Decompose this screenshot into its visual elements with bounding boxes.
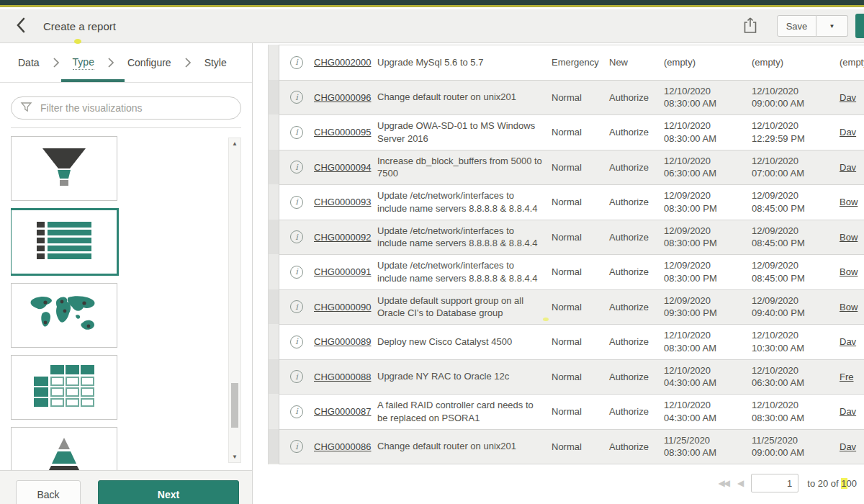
assignee-link[interactable]: Fre <box>840 372 854 382</box>
save-button[interactable]: Save <box>777 15 816 37</box>
viz-thumbnail-funnel[interactable] <box>11 136 117 201</box>
change-number-link[interactable]: CHG0000087 <box>314 406 372 417</box>
scrollbar-thumb[interactable] <box>231 383 238 428</box>
change-number-link[interactable]: CHG0000088 <box>314 372 372 382</box>
row-planned-start: 12/09/2020 08:30:00 PM <box>664 259 752 284</box>
row-planned-end: 12/10/2020 09:00:00 AM <box>752 85 840 110</box>
assignee-link[interactable]: Bow <box>840 302 858 312</box>
info-icon[interactable]: i <box>290 336 303 348</box>
world-map-icon <box>27 294 102 337</box>
row-description: A failed RAID controller card needs to b… <box>377 399 552 424</box>
row-info-cell: i <box>279 266 314 279</box>
row-info-cell: i <box>279 56 314 69</box>
assignee-link[interactable]: (empty) <box>840 57 864 68</box>
viz-list-scrollbar[interactable]: ▲ ▼ <box>228 138 241 463</box>
assignee-link[interactable]: Bow <box>840 232 858 243</box>
breadcrumb-step-type[interactable]: Type <box>73 56 94 70</box>
next-button[interactable]: Next <box>98 480 239 504</box>
info-icon[interactable]: i <box>290 91 303 104</box>
row-planned-end: 12/10/2020 12:29:59 PM <box>752 120 840 145</box>
row-description: Update /etc/network/interfaces to includ… <box>377 259 552 284</box>
scroll-up-icon[interactable]: ▲ <box>229 140 240 147</box>
change-number-link[interactable]: CHG0000096 <box>314 92 372 103</box>
info-icon[interactable]: i <box>290 196 303 209</box>
info-icon[interactable]: i <box>290 56 303 69</box>
change-number-link[interactable]: CHG0000092 <box>314 232 372 243</box>
row-assignee-cell: Dav <box>840 162 864 173</box>
share-button[interactable] <box>742 16 758 37</box>
funnel-chart-icon <box>41 147 87 190</box>
info-icon[interactable]: i <box>290 440 303 453</box>
app-header: Create a report Save ▼ <box>0 9 864 43</box>
table-row: i CHG0000086 Change default router on un… <box>279 430 864 465</box>
row-planned-start: 12/09/2020 08:30:00 PM <box>664 225 752 250</box>
chevron-right-icon <box>53 57 60 68</box>
row-number-cell: CHG0000088 <box>314 372 377 382</box>
clipped-primary-button[interactable] <box>855 14 864 38</box>
row-priority: Normal <box>552 232 609 243</box>
info-icon[interactable]: i <box>290 161 303 174</box>
info-icon[interactable]: i <box>290 266 303 279</box>
change-number-link[interactable]: CHG0000093 <box>314 197 372 207</box>
filter-input[interactable] <box>39 102 232 114</box>
change-number-link[interactable]: CHG0000095 <box>314 127 372 138</box>
viz-thumbnail-heatmap[interactable] <box>11 355 117 420</box>
save-split-button: Save ▼ <box>777 15 848 37</box>
scroll-down-icon[interactable]: ▼ <box>229 454 240 460</box>
change-number-link[interactable]: CHG0002000 <box>314 57 372 68</box>
breadcrumb-step-style[interactable]: Style <box>204 57 227 68</box>
row-info-cell: i <box>279 126 314 139</box>
assignee-link[interactable]: Bow <box>840 197 858 207</box>
change-number-link[interactable]: CHG0000086 <box>314 441 372 452</box>
info-icon[interactable]: i <box>290 370 303 383</box>
change-number-link[interactable]: CHG0000090 <box>314 302 372 312</box>
page-number-input[interactable] <box>751 474 798 492</box>
assignee-link[interactable]: Dav <box>840 127 856 138</box>
table-row: i CHG0000089 Deploy new Cisco Catalyst 4… <box>279 325 864 360</box>
table-row: i CHG0000087 A failed RAID controller ca… <box>279 395 864 430</box>
records-table: i CHG0002000 Upgrade MySql 5.6 to 5.7 Em… <box>279 45 864 464</box>
assignee-link[interactable]: Dav <box>840 336 856 347</box>
row-number-cell: CHG0002000 <box>314 57 377 68</box>
viz-thumbnail-map[interactable] <box>11 283 117 348</box>
info-icon[interactable]: i <box>290 230 303 243</box>
row-info-cell: i <box>279 336 314 348</box>
assignee-link[interactable]: Bow <box>840 266 858 277</box>
row-planned-start: 12/10/2020 06:30:00 AM <box>664 155 752 180</box>
row-description: Upgrade NY RAC to Oracle 12c <box>377 370 552 383</box>
first-page-icon[interactable]: ◀◀ <box>719 478 729 488</box>
change-number-link[interactable]: CHG0000091 <box>314 266 372 277</box>
viz-thumbnail-list[interactable] <box>11 208 119 276</box>
wizard-breadcrumb: Data Type Configure Style <box>0 43 252 83</box>
list-chart-icon <box>37 221 91 263</box>
cursor-highlight-dot <box>74 39 81 44</box>
page-title: Create a report <box>43 20 116 32</box>
funnel-filter-icon <box>20 101 32 116</box>
assignee-link[interactable]: Dav <box>840 441 856 452</box>
info-icon[interactable]: i <box>290 126 303 139</box>
chevron-right-icon <box>107 57 114 68</box>
change-number-link[interactable]: CHG0000094 <box>314 162 372 173</box>
viz-thumbnail-pyramid[interactable] <box>11 427 117 471</box>
assignee-link[interactable]: Dav <box>840 162 856 173</box>
previous-page-icon[interactable]: ◀ <box>737 478 742 488</box>
row-assignee-cell: Dav <box>840 441 864 452</box>
chevron-left-icon <box>14 17 26 36</box>
save-dropdown-button[interactable]: ▼ <box>816 15 848 37</box>
clipped-table-column <box>268 45 279 464</box>
assignee-link[interactable]: Dav <box>840 92 856 103</box>
back-arrow-button[interactable] <box>12 16 29 36</box>
back-button[interactable]: Back <box>16 480 81 504</box>
info-icon[interactable]: i <box>290 300 303 313</box>
table-row: i CHG0000096 Change default router on un… <box>279 81 864 116</box>
row-priority: Normal <box>552 127 609 138</box>
info-icon[interactable]: i <box>290 405 303 418</box>
change-number-link[interactable]: CHG0000089 <box>314 336 372 347</box>
row-planned-end: 11/25/2020 09:00:00 AM <box>752 434 840 459</box>
breadcrumb-step-data[interactable]: Data <box>18 57 40 68</box>
row-state: Authorize <box>609 302 664 312</box>
row-planned-end: 12/09/2020 09:40:00 PM <box>752 294 840 320</box>
row-planned-start: 12/10/2020 08:30:00 AM <box>664 85 752 110</box>
breadcrumb-step-configure[interactable]: Configure <box>127 57 171 68</box>
assignee-link[interactable]: Dav <box>840 406 856 417</box>
